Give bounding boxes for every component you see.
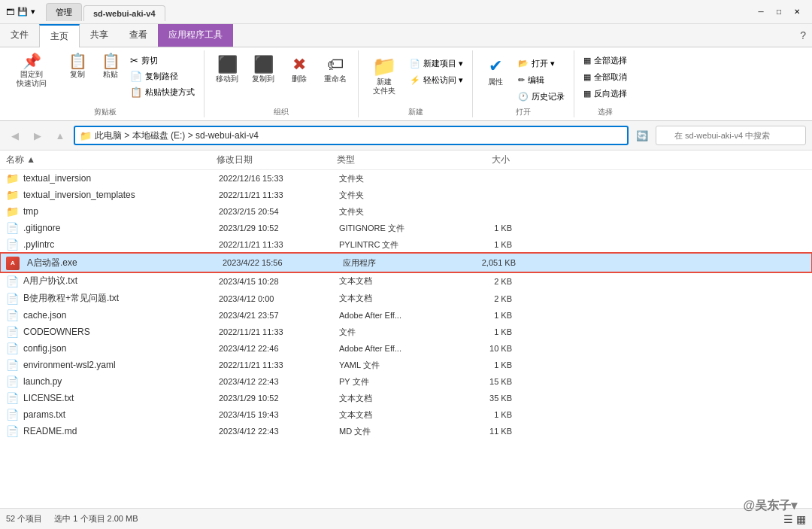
pin-to-quick-access-button[interactable]: 📌 固定到快速访问 xyxy=(12,50,51,91)
item-count: 52 个项目 xyxy=(6,513,42,524)
file-row[interactable]: 📄 .pylintrc 2022/11/21 11:33 PYLINTRC 文件… xyxy=(0,236,812,253)
file-date: 2023/4/12 22:43 xyxy=(219,377,339,386)
file-name: A用户协议.txt xyxy=(23,275,219,287)
properties-button[interactable]: ✔ 属性 xyxy=(479,53,512,90)
maximize-button[interactable]: □ xyxy=(770,5,788,20)
open-button[interactable]: 📂 打开 ▾ xyxy=(515,56,568,71)
file-row[interactable]: 📄 config.json 2023/4/12 22:46 Adobe Afte… xyxy=(0,340,812,357)
header-date[interactable]: 修改日期 xyxy=(217,154,337,166)
tab-folder[interactable]: sd-webui-aki-v4 xyxy=(83,5,165,21)
folder-icon: 📁 xyxy=(6,189,19,201)
forward-button[interactable]: ▶ xyxy=(29,126,47,144)
new-folder-button[interactable]: 📁 新建文件夹 xyxy=(365,53,404,99)
easy-access-button[interactable]: ⚡ 轻松访问 ▾ xyxy=(407,73,466,87)
file-name: tmp xyxy=(23,206,219,217)
search-input[interactable] xyxy=(656,126,806,145)
file-type: YAML 文件 xyxy=(339,360,452,371)
move-to-button[interactable]: ⬛ 移动到 xyxy=(211,53,244,87)
paste-icon: 📋 xyxy=(102,53,120,68)
file-row[interactable]: 📄 README.md 2023/4/12 22:43 MD 文件 11 KB xyxy=(0,423,812,439)
file-name: textual_inversion xyxy=(23,173,219,184)
copy-to-button[interactable]: ⬛ 复制到 xyxy=(247,53,280,87)
file-row[interactable]: 📁 textual_inversion 2022/12/16 15:33 文件夹 xyxy=(0,170,812,187)
address-path: 此电脑 > 本地磁盘 (E:) > sd-webui-aki-v4 xyxy=(95,129,259,142)
tab-share[interactable]: 共享 xyxy=(80,24,119,47)
file-row[interactable]: 📄 B使用教程+常见问题.txt 2023/4/12 0:00 文本文档 2 K… xyxy=(0,290,812,307)
folder-icon: 📁 xyxy=(6,205,19,217)
file-name: A启动器.exe xyxy=(27,257,223,269)
file-type: 文本文档 xyxy=(339,393,452,404)
edit-icon: ✏ xyxy=(518,75,525,85)
file-size: 10 KB xyxy=(452,344,512,353)
copy-to-icon: ⬛ xyxy=(253,56,274,73)
up-button[interactable]: ▲ xyxy=(51,126,69,144)
txt-icon: 📄 xyxy=(6,293,19,305)
copy-button[interactable]: 📋 复制 xyxy=(61,50,94,82)
address-field[interactable]: 📁 此电脑 > 本地磁盘 (E:) > sd-webui-aki-v4 xyxy=(74,126,629,145)
file-type: Adobe After Eff... xyxy=(339,344,452,353)
file-size: 15 KB xyxy=(452,377,512,386)
organize-label: 组织 xyxy=(274,104,289,117)
json-icon: 📄 xyxy=(6,309,19,321)
new-group: 📁 新建文件夹 📄 新建项目 ▾ ⚡ 轻松访问 ▾ 新建 xyxy=(359,50,473,117)
file-type: 文本文档 xyxy=(339,293,452,304)
minimize-button[interactable]: ─ xyxy=(752,5,770,20)
file-row[interactable]: 📄 LICENSE.txt 2023/1/29 10:52 文本文档 35 KB xyxy=(0,390,812,406)
rename-icon: 🏷 xyxy=(327,56,344,73)
file-row[interactable]: 📄 environment-wsl2.yaml 2022/11/21 11:33… xyxy=(0,357,812,373)
file-row[interactable]: 📁 tmp 2023/2/15 20:54 文件夹 xyxy=(0,203,812,220)
file-type: PY 文件 xyxy=(339,376,452,388)
new-item-button[interactable]: 📄 新建项目 ▾ xyxy=(407,56,466,71)
file-type: 应用程序 xyxy=(343,257,456,269)
ribbon-content: 📌 固定到快速访问 📋 复制 📋 粘贴 ✂ 剪切 xyxy=(0,47,812,121)
invert-selection-button[interactable]: ▦ 反向选择 xyxy=(580,87,630,101)
header-size[interactable]: 大小 xyxy=(450,154,510,166)
copy-path-button[interactable]: 📄 复制路径 xyxy=(127,69,198,84)
file-date: 2022/11/21 11:33 xyxy=(219,327,339,336)
open-label: 打开 xyxy=(516,104,531,117)
file-row[interactable]: 📄 CODEOWNERS 2022/11/21 11:33 文件 1 KB xyxy=(0,324,812,340)
file-row[interactable]: 📁 textual_inversion_templates 2022/11/21… xyxy=(0,187,812,203)
file-icon: 📄 xyxy=(6,222,19,234)
file-size: 2 KB xyxy=(452,277,512,286)
refresh-button[interactable]: 🔄 xyxy=(633,126,651,144)
file-row[interactable]: 📄 cache.json 2023/4/21 23:57 Adobe After… xyxy=(0,307,812,324)
header-type[interactable]: 类型 xyxy=(337,154,450,166)
close-button[interactable]: ✕ xyxy=(788,5,806,20)
list-view-icon[interactable]: ☰ xyxy=(783,513,793,525)
back-button[interactable]: ◀ xyxy=(6,126,24,144)
delete-button[interactable]: ✖ 删除 xyxy=(283,53,316,87)
file-date: 2022/11/21 11:33 xyxy=(219,190,339,199)
edit-button[interactable]: ✏ 编辑 xyxy=(515,73,568,87)
tab-view[interactable]: 查看 xyxy=(119,24,158,47)
file-row[interactable]: 📄 params.txt 2023/4/15 19:43 文本文档 1 KB xyxy=(0,406,812,423)
rename-button[interactable]: 🏷 重命名 xyxy=(319,53,352,87)
file-size: 1 KB xyxy=(452,311,512,320)
file-date: 2023/1/29 10:52 xyxy=(219,394,339,403)
file-type: PYLINTRC 文件 xyxy=(339,239,452,251)
tab-file[interactable]: 文件 xyxy=(0,24,39,47)
file-row[interactable]: 📄 launch.py 2023/4/12 22:43 PY 文件 15 KB xyxy=(0,373,812,390)
file-row[interactable]: A A启动器.exe 2023/4/22 15:56 应用程序 2,051 KB xyxy=(0,253,812,272)
tab-manage[interactable]: 管理 xyxy=(46,3,82,21)
file-date: 2022/11/21 11:33 xyxy=(219,360,339,369)
header-name[interactable]: 名称 ▲ xyxy=(6,154,217,166)
help-button[interactable]: ? xyxy=(794,24,812,47)
cut-button[interactable]: ✂ 剪切 xyxy=(127,53,198,68)
file-type: MD 文件 xyxy=(339,426,452,437)
select-none-button[interactable]: ▦ 全部取消 xyxy=(580,70,630,84)
title-bar: 🗔 💾 ▾ 管理 sd-webui-aki-v4 ─ □ ✕ xyxy=(0,0,812,24)
file-date: 2023/4/12 22:43 xyxy=(219,427,339,436)
paste-shortcut-button[interactable]: 📋 粘贴快捷方式 xyxy=(127,85,198,99)
history-button[interactable]: 🕐 历史记录 xyxy=(515,90,568,104)
file-row[interactable]: 📄 .gitignore 2023/1/29 10:52 GITIGNORE 文… xyxy=(0,220,812,236)
paste-button[interactable]: 📋 粘贴 xyxy=(95,50,126,82)
tab-home[interactable]: 主页 xyxy=(39,24,80,47)
checkmark-icon: ✔ xyxy=(489,56,502,76)
file-type: 文件 xyxy=(339,327,452,338)
select-all-icon: ▦ xyxy=(583,56,591,65)
file-row[interactable]: 📄 A用户协议.txt 2023/4/15 10:28 文本文档 2 KB xyxy=(0,272,812,290)
tab-app-tools[interactable]: 应用程序工具 xyxy=(158,24,233,47)
select-all-button[interactable]: ▦ 全部选择 xyxy=(580,53,630,68)
grid-view-icon[interactable]: ▦ xyxy=(796,513,806,525)
